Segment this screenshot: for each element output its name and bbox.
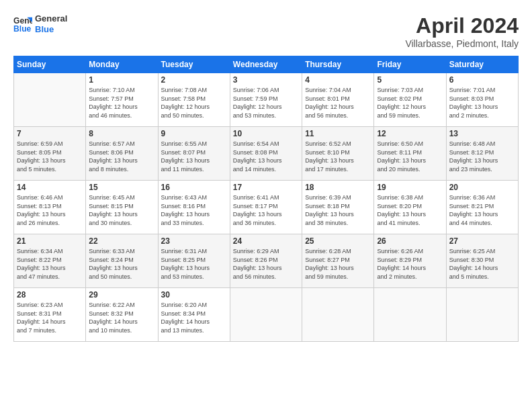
calendar-week-row: 14Sunrise: 6:46 AM Sunset: 8:13 PM Dayli… <box>14 181 519 234</box>
calendar-cell: 24Sunrise: 6:29 AM Sunset: 8:26 PM Dayli… <box>230 234 302 288</box>
calendar-cell: 17Sunrise: 6:41 AM Sunset: 8:17 PM Dayli… <box>230 181 302 234</box>
day-info: Sunrise: 6:29 AM Sunset: 8:26 PM Dayligh… <box>233 247 299 281</box>
calendar-cell: 8Sunrise: 6:57 AM Sunset: 8:06 PM Daylig… <box>86 127 158 181</box>
day-number: 2 <box>161 75 227 85</box>
day-info: Sunrise: 7:10 AM Sunset: 7:57 PM Dayligh… <box>89 86 154 120</box>
day-number: 4 <box>305 75 371 85</box>
calendar-cell: 13Sunrise: 6:48 AM Sunset: 8:12 PM Dayli… <box>446 127 518 181</box>
day-number: 5 <box>377 75 443 85</box>
calendar-cell: 4Sunrise: 7:04 AM Sunset: 8:01 PM Daylig… <box>302 73 374 127</box>
logo-blue: Blue <box>35 24 67 35</box>
calendar-cell: 25Sunrise: 6:28 AM Sunset: 8:27 PM Dayli… <box>302 234 374 288</box>
day-number: 25 <box>305 236 371 246</box>
day-number: 3 <box>233 75 299 85</box>
day-number: 7 <box>17 129 83 138</box>
day-info: Sunrise: 6:23 AM Sunset: 8:31 PM Dayligh… <box>17 301 83 334</box>
day-info: Sunrise: 6:43 AM Sunset: 8:16 PM Dayligh… <box>161 193 227 227</box>
calendar-cell <box>302 288 374 342</box>
day-number: 27 <box>449 236 515 246</box>
day-number: 23 <box>161 236 227 246</box>
day-number: 16 <box>161 183 227 192</box>
day-number: 30 <box>161 290 227 300</box>
day-info: Sunrise: 6:36 AM Sunset: 8:21 PM Dayligh… <box>449 193 515 227</box>
calendar-cell: 16Sunrise: 6:43 AM Sunset: 8:16 PM Dayli… <box>158 181 230 234</box>
calendar-cell: 7Sunrise: 6:59 AM Sunset: 8:05 PM Daylig… <box>14 127 86 181</box>
day-number: 10 <box>233 129 299 138</box>
calendar-cell: 2Sunrise: 7:08 AM Sunset: 7:58 PM Daylig… <box>158 73 230 127</box>
month-title: April 2024 <box>405 13 519 38</box>
calendar-cell: 14Sunrise: 6:46 AM Sunset: 8:13 PM Dayli… <box>14 181 86 234</box>
day-number: 29 <box>89 290 154 300</box>
calendar-cell: 23Sunrise: 6:31 AM Sunset: 8:25 PM Dayli… <box>158 234 230 288</box>
day-info: Sunrise: 7:06 AM Sunset: 7:59 PM Dayligh… <box>233 86 299 120</box>
calendar-week-row: 28Sunrise: 6:23 AM Sunset: 8:31 PM Dayli… <box>14 288 519 342</box>
calendar-cell <box>230 288 302 342</box>
day-info: Sunrise: 6:59 AM Sunset: 8:05 PM Dayligh… <box>17 140 83 173</box>
day-info: Sunrise: 6:25 AM Sunset: 8:30 PM Dayligh… <box>449 247 515 281</box>
weekday-header-monday: Monday <box>86 56 158 73</box>
day-info: Sunrise: 6:39 AM Sunset: 8:18 PM Dayligh… <box>305 193 371 227</box>
weekday-header-sunday: Sunday <box>14 56 86 73</box>
day-info: Sunrise: 7:03 AM Sunset: 8:02 PM Dayligh… <box>377 86 443 120</box>
day-info: Sunrise: 6:57 AM Sunset: 8:06 PM Dayligh… <box>89 140 154 173</box>
day-info: Sunrise: 7:01 AM Sunset: 8:03 PM Dayligh… <box>449 86 515 120</box>
calendar-week-row: 7Sunrise: 6:59 AM Sunset: 8:05 PM Daylig… <box>14 127 519 181</box>
day-number: 14 <box>17 183 83 192</box>
day-info: Sunrise: 6:34 AM Sunset: 8:22 PM Dayligh… <box>17 247 83 281</box>
day-number: 13 <box>449 129 515 138</box>
day-info: Sunrise: 6:50 AM Sunset: 8:11 PM Dayligh… <box>377 140 443 173</box>
header-row: SundayMondayTuesdayWednesdayThursdayFrid… <box>14 56 519 73</box>
calendar-week-row: 21Sunrise: 6:34 AM Sunset: 8:22 PM Dayli… <box>14 234 519 288</box>
day-info: Sunrise: 7:04 AM Sunset: 8:01 PM Dayligh… <box>305 86 371 120</box>
day-number: 9 <box>161 129 227 138</box>
day-info: Sunrise: 6:20 AM Sunset: 8:34 PM Dayligh… <box>161 301 227 334</box>
day-info: Sunrise: 6:54 AM Sunset: 8:08 PM Dayligh… <box>233 140 299 173</box>
day-number: 6 <box>449 75 515 85</box>
day-info: Sunrise: 6:38 AM Sunset: 8:20 PM Dayligh… <box>377 193 443 227</box>
day-number: 26 <box>377 236 443 246</box>
day-info: Sunrise: 6:46 AM Sunset: 8:13 PM Dayligh… <box>17 193 83 227</box>
calendar-cell: 20Sunrise: 6:36 AM Sunset: 8:21 PM Dayli… <box>446 181 518 234</box>
calendar-cell: 18Sunrise: 6:39 AM Sunset: 8:18 PM Dayli… <box>302 181 374 234</box>
calendar-week-row: 1Sunrise: 7:10 AM Sunset: 7:57 PM Daylig… <box>14 73 519 127</box>
page: General Blue General Blue April 2024 Vil… <box>0 0 532 411</box>
calendar-cell <box>374 288 446 342</box>
calendar-cell: 22Sunrise: 6:33 AM Sunset: 8:24 PM Dayli… <box>86 234 158 288</box>
day-number: 19 <box>377 183 443 192</box>
day-number: 8 <box>89 129 154 138</box>
weekday-header-tuesday: Tuesday <box>158 56 230 73</box>
day-info: Sunrise: 6:41 AM Sunset: 8:17 PM Dayligh… <box>233 193 299 227</box>
day-info: Sunrise: 6:31 AM Sunset: 8:25 PM Dayligh… <box>161 247 227 281</box>
header: General Blue General Blue April 2024 Vil… <box>13 13 519 49</box>
day-info: Sunrise: 6:28 AM Sunset: 8:27 PM Dayligh… <box>305 247 371 281</box>
day-number: 28 <box>17 290 83 300</box>
logo: General Blue General Blue <box>13 13 67 34</box>
day-number: 11 <box>305 129 371 138</box>
calendar-cell: 19Sunrise: 6:38 AM Sunset: 8:20 PM Dayli… <box>374 181 446 234</box>
calendar-cell: 6Sunrise: 7:01 AM Sunset: 8:03 PM Daylig… <box>446 73 518 127</box>
day-number: 20 <box>449 183 515 192</box>
day-info: Sunrise: 6:22 AM Sunset: 8:32 PM Dayligh… <box>89 301 154 334</box>
day-info: Sunrise: 6:45 AM Sunset: 8:15 PM Dayligh… <box>89 193 154 227</box>
day-info: Sunrise: 6:33 AM Sunset: 8:24 PM Dayligh… <box>89 247 154 281</box>
calendar-cell: 10Sunrise: 6:54 AM Sunset: 8:08 PM Dayli… <box>230 127 302 181</box>
calendar-cell <box>446 288 518 342</box>
day-number: 22 <box>89 236 154 246</box>
weekday-header-wednesday: Wednesday <box>230 56 302 73</box>
day-number: 1 <box>89 75 154 85</box>
day-number: 15 <box>89 183 154 192</box>
calendar-cell: 12Sunrise: 6:50 AM Sunset: 8:11 PM Dayli… <box>374 127 446 181</box>
logo-icon: General Blue <box>13 15 32 34</box>
day-number: 24 <box>233 236 299 246</box>
day-info: Sunrise: 6:52 AM Sunset: 8:10 PM Dayligh… <box>305 140 371 173</box>
weekday-header-saturday: Saturday <box>446 56 518 73</box>
calendar-cell: 27Sunrise: 6:25 AM Sunset: 8:30 PM Dayli… <box>446 234 518 288</box>
title-block: April 2024 Villarbasse, Piedmont, Italy <box>405 13 519 49</box>
calendar-cell: 1Sunrise: 7:10 AM Sunset: 7:57 PM Daylig… <box>86 73 158 127</box>
calendar-cell: 28Sunrise: 6:23 AM Sunset: 8:31 PM Dayli… <box>14 288 86 342</box>
calendar-cell: 11Sunrise: 6:52 AM Sunset: 8:10 PM Dayli… <box>302 127 374 181</box>
calendar: SundayMondayTuesdayWednesdayThursdayFrid… <box>13 56 519 342</box>
day-info: Sunrise: 6:26 AM Sunset: 8:29 PM Dayligh… <box>377 247 443 281</box>
calendar-cell: 26Sunrise: 6:26 AM Sunset: 8:29 PM Dayli… <box>374 234 446 288</box>
weekday-header-friday: Friday <box>374 56 446 73</box>
